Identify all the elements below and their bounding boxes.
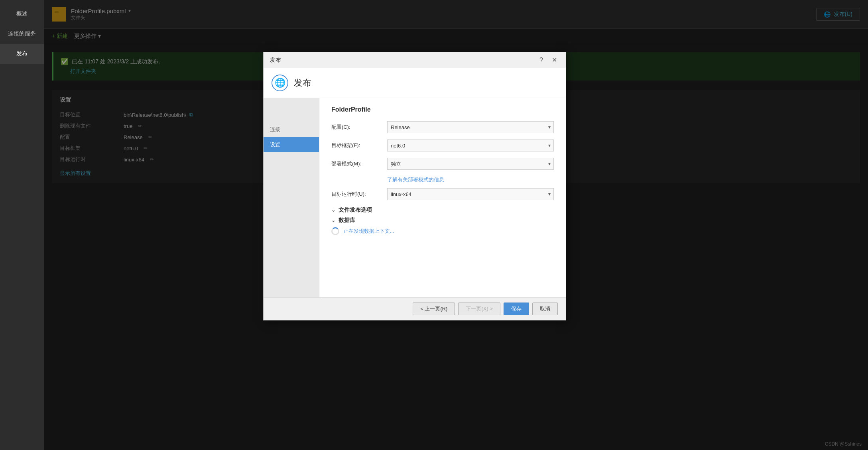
loading-text: 正在发现数据上下文...: [343, 228, 394, 235]
cancel-button[interactable]: 取消: [532, 303, 558, 315]
form-row-target-runtime: 目标运行时(U): linux-x64 win-x64 osx-x64 port…: [331, 188, 554, 200]
dialog-nav-item-settings[interactable]: 设置: [264, 137, 319, 152]
form-select-deploy-mode-wrapper: 独立 依赖框架 单文件: [387, 158, 554, 170]
form-label-configuration: 配置(C):: [331, 124, 387, 131]
form-select-target-runtime-wrapper: linux-x64 win-x64 osx-x64 portable: [387, 188, 554, 200]
dialog-title: 发布: [270, 57, 281, 64]
dialog-help-button[interactable]: ?: [537, 56, 545, 65]
form-label-target-framework: 目标框架(F):: [331, 142, 387, 149]
dialog-body: 连接 设置 FolderProfile 配置(C): Release Debug…: [264, 98, 566, 297]
sidebar: 概述 连接的服务 发布: [0, 0, 44, 450]
next-page-button[interactable]: 下一页(X) >: [458, 303, 500, 315]
form-row-target-framework: 目标框架(F): net6.0 net5.0 netcoreapp3.1: [331, 140, 554, 151]
file-publish-arrow: ⌄: [331, 207, 335, 213]
dialog-nav-item-connect[interactable]: 连接: [264, 122, 319, 137]
database-arrow: ⌄: [331, 218, 335, 223]
dialog-header: 发布 ? ✕: [264, 52, 566, 68]
form-row-configuration: 配置(C): Release Debug: [331, 121, 554, 133]
form-row-deploy-mode: 部署模式(M): 独立 依赖框架 单文件: [331, 158, 554, 170]
form-select-target-framework-wrapper: net6.0 net5.0 netcoreapp3.1: [387, 140, 554, 151]
target-framework-select[interactable]: net6.0 net5.0 netcoreapp3.1: [387, 140, 554, 151]
loading-area: 正在发现数据上下文...: [331, 227, 554, 235]
dialog-main-title: 发布: [294, 77, 311, 89]
sidebar-item-overview[interactable]: 概述: [0, 4, 44, 24]
deploy-mode-select[interactable]: 独立 依赖框架 单文件: [387, 158, 554, 170]
globe-icon: 🌐: [272, 75, 288, 91]
sidebar-item-publish[interactable]: 发布: [0, 44, 44, 64]
dialog-nav: 连接 设置: [264, 98, 319, 297]
file-publish-label: 文件发布选项: [339, 206, 372, 214]
dialog-globe-header: 🌐 发布: [264, 68, 566, 98]
form-select-configuration-wrapper: Release Debug: [387, 121, 554, 133]
form-label-target-runtime: 目标运行时(U):: [331, 191, 387, 198]
loading-spinner: [331, 227, 339, 235]
configuration-select[interactable]: Release Debug: [387, 121, 554, 133]
dialog-right-content: FolderProfile 配置(C): Release Debug 目标框架(…: [319, 98, 566, 297]
form-label-deploy-mode: 部署模式(M):: [331, 160, 387, 167]
target-runtime-select[interactable]: linux-x64 win-x64 osx-x64 portable: [387, 188, 554, 200]
file-publish-section-header[interactable]: ⌄ 文件发布选项: [331, 206, 554, 214]
prev-page-button[interactable]: < 上一页(R): [413, 303, 455, 315]
deploy-mode-info-link[interactable]: 了解有关部署模式的信息: [387, 176, 554, 183]
sidebar-item-connected-services[interactable]: 连接的服务: [0, 24, 44, 44]
database-label: 数据库: [339, 217, 355, 224]
dialog-profile-title: FolderProfile: [331, 106, 554, 113]
database-section-header[interactable]: ⌄ 数据库: [331, 217, 554, 224]
save-button[interactable]: 保存: [504, 303, 529, 315]
dialog-header-actions: ? ✕: [537, 55, 559, 65]
dialog-footer: < 上一页(R) 下一页(X) > 保存 取消: [264, 297, 566, 320]
publish-dialog: 发布 ? ✕ 🌐 发布 连接 设置 FolderProfile 配置(C): R…: [263, 52, 566, 320]
dialog-close-button[interactable]: ✕: [549, 55, 559, 65]
